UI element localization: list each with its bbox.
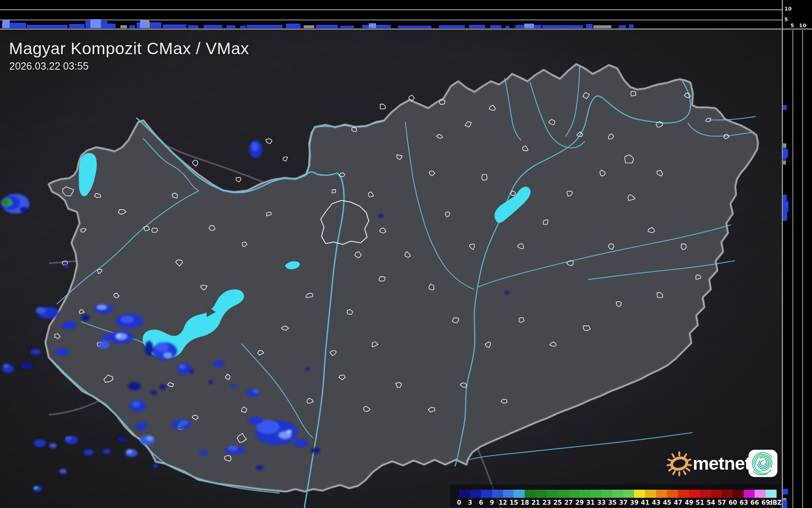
legend-tick: 54 [707,499,715,506]
legend-tick: 3 [468,499,472,506]
top-profile-bar [619,25,626,28]
top-profile-bar [362,25,391,28]
legend-cell [700,490,711,498]
top-profile-bar [542,25,583,28]
radar-echo [81,314,90,321]
radar-echo [253,389,258,393]
radar-echo [84,449,94,455]
legend-cell [547,490,558,498]
legend-tick: 9 [490,499,494,506]
radar-echo [180,420,188,425]
right-profile-bar [783,149,788,157]
legend-tick: 37 [619,499,628,506]
right-profile-bar [783,489,788,495]
radar-composite-page: Magyar Kompozit CMax / VMax 2026.03.22 0… [0,0,812,508]
radar-echo [64,264,69,268]
radar-echo [256,465,263,470]
legend-cell [722,490,733,498]
radar-echo [2,200,8,205]
metnet-logo[interactable]: metnet [667,447,783,481]
radar-echo [144,440,147,442]
radar-echo [379,214,383,218]
radar-echo [98,341,109,349]
radar-echo [36,307,46,314]
top-profile-bar [439,25,465,28]
axis-corner [783,0,812,29]
radar-echo [59,469,67,474]
legend-tick: 47 [674,499,683,506]
radar-echo [49,443,57,448]
legend-cell [645,490,656,498]
right-profile-bar [783,105,787,110]
radar-echo [34,440,46,447]
legend-cell [580,490,591,498]
radar-echo [155,342,169,352]
legend-cell [733,490,744,498]
top-profile-bar [226,25,235,28]
top-profile-bar [147,22,150,28]
legend-cell [492,490,503,498]
radar-echo [311,448,320,453]
top-profile-bar [120,25,127,28]
radar-echo [103,449,110,454]
radar-echo [505,291,509,294]
radar-echo [209,380,213,384]
legend-tick: 60 [729,499,737,506]
legend-cell [514,490,525,498]
legend-tick: 35 [608,499,617,506]
radar-echo [199,450,208,456]
legend-cell [678,490,689,498]
radar-echo [179,364,186,369]
radar-echo [128,382,141,390]
radar-echo [118,436,127,442]
right-profile-bar [783,209,787,221]
radar-echo [33,486,42,492]
top-profile-bar [286,24,300,28]
legend-cell [612,490,623,498]
top-axis-label-5km: 5 [784,17,788,22]
legend-tick: 66 [751,499,759,506]
top-profile-bar [369,23,376,28]
frame-line-horizontal [0,29,812,30]
legend-cell [569,490,580,498]
radar-echo [20,207,28,212]
top-profile-bar [506,26,510,28]
legend-tick: 63 [740,499,748,506]
top-profile-bar [107,24,116,28]
radar-echo [34,486,37,489]
top-profile-bar [240,26,246,28]
top-profile-bar [188,25,199,28]
top-profile-bar [593,25,611,28]
metnet-app-icon [748,449,778,478]
radar-echo [178,425,182,427]
legend-tick: 69 [762,499,770,506]
sun-icon [667,450,692,477]
radar-echo [136,422,147,430]
legend-cell [755,490,766,498]
legend-cell [591,490,602,498]
legend-cell [503,490,514,498]
top-profile-bar [129,25,135,28]
radar-echo [140,435,155,445]
legend-tick: 6 [479,499,483,506]
legend-tick: 0 [457,499,461,506]
radar-echo [3,364,9,368]
radar-echo [160,385,166,389]
legend-cell [667,490,678,498]
radar-echo [147,436,153,440]
legend-tick: 25 [554,499,562,506]
top-profile-bar [2,20,10,28]
legend-tick: 51 [696,499,704,506]
top-profile-bar [27,25,68,28]
legend-cell [602,490,613,498]
radar-echo [97,305,107,310]
legend-cell [711,490,722,498]
legend-cell [744,490,755,498]
right-axis-label-10km: 10 [799,23,806,28]
radar-echo [230,384,236,388]
top-profile-bar [629,24,634,28]
map-title: Magyar Kompozit CMax / VMax [9,39,249,58]
legend-cell [689,490,700,498]
radar-echo [116,334,121,337]
legend-tick: 41 [641,499,650,506]
